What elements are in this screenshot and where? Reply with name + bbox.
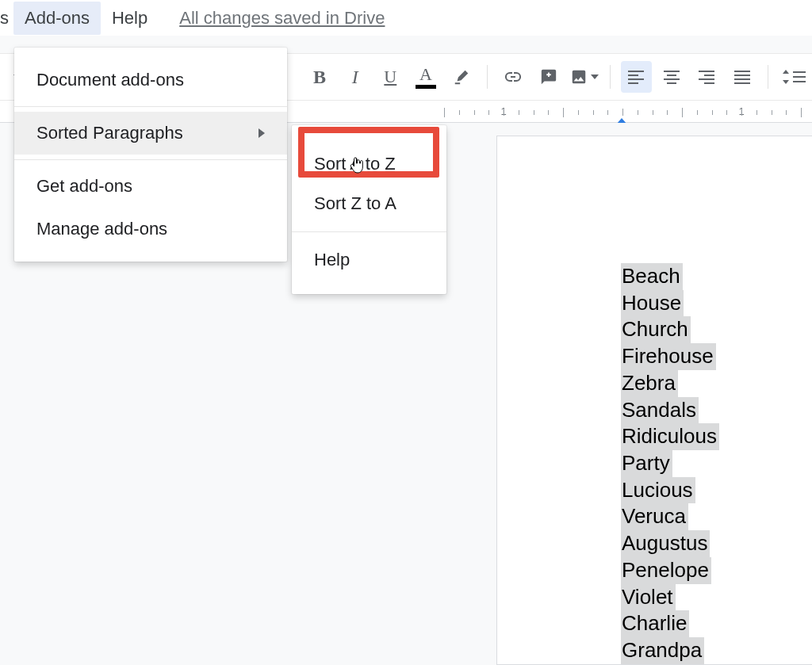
toolbar-separator	[610, 65, 611, 89]
align-justify-button[interactable]	[727, 61, 758, 93]
menu-help[interactable]: Help	[101, 2, 159, 35]
selected-word[interactable]: Zebra	[621, 370, 678, 397]
sorted-paragraphs-submenu: Sort A to Z Sort Z to A Help	[292, 125, 446, 294]
bold-icon: B	[313, 67, 326, 88]
highlight-button[interactable]	[446, 61, 477, 93]
underline-icon: U	[384, 67, 396, 87]
align-justify-icon	[734, 71, 750, 84]
line-spacing-icon	[783, 70, 806, 84]
caret-down-icon	[591, 75, 599, 79]
menu-addons[interactable]: Add-ons	[13, 2, 101, 35]
comment-icon	[540, 68, 557, 86]
selected-word[interactable]: Beach	[621, 263, 683, 290]
underline-button[interactable]: U	[375, 61, 406, 93]
addons-menu: Document add-ons Sorted Paragraphs Get a…	[14, 48, 287, 262]
submenu-arrow-icon	[259, 128, 265, 138]
selected-word[interactable]: Augustus	[621, 530, 710, 557]
menu-item-manage-addons[interactable]: Manage add-ons	[14, 208, 287, 250]
line-spacing-button[interactable]	[779, 61, 810, 93]
selected-word[interactable]: Veruca	[621, 503, 688, 530]
selected-word[interactable]: Party	[621, 450, 672, 477]
align-right-button[interactable]	[691, 61, 722, 93]
text-color-button[interactable]: A	[411, 61, 442, 93]
menu-separator	[14, 106, 287, 107]
selected-word[interactable]: Lucious	[621, 477, 695, 504]
save-status[interactable]: All changes saved in Drive	[179, 3, 385, 33]
align-right-icon	[699, 71, 714, 84]
selected-word[interactable]: Charlie	[621, 610, 689, 637]
selected-word[interactable]: Penelope	[621, 557, 711, 584]
menu-bar: s Add-ons Help All changes saved in Driv…	[0, 0, 812, 36]
italic-button[interactable]: I	[339, 61, 370, 93]
selected-word[interactable]: Sandals	[621, 397, 699, 424]
menu-item-sorted-paragraphs[interactable]: Sorted Paragraphs	[14, 112, 287, 155]
selected-word[interactable]: Church	[621, 316, 691, 343]
document-content[interactable]: BeachHouseChurchFirehouseZebraSandalsRid…	[621, 263, 719, 664]
image-icon	[570, 68, 588, 86]
menu-item-get-addons[interactable]: Get add-ons	[14, 165, 287, 208]
toolbar-separator	[768, 65, 768, 89]
align-left-button[interactable]	[621, 61, 652, 93]
bold-button[interactable]: B	[304, 61, 335, 93]
document-page[interactable]: BeachHouseChurchFirehouseZebraSandalsRid…	[496, 136, 812, 665]
highlighter-icon	[453, 68, 470, 86]
align-left-icon	[628, 71, 644, 84]
menu-item-sort-za[interactable]: Sort Z to A	[292, 184, 446, 224]
insert-image-button[interactable]	[569, 61, 599, 93]
insert-comment-button[interactable]	[534, 61, 565, 93]
align-center-icon	[664, 71, 680, 84]
text-color-icon: A	[416, 66, 436, 89]
insert-link-button[interactable]	[498, 61, 529, 93]
toolbar-separator	[487, 65, 488, 89]
selected-word[interactable]: Violet	[621, 584, 676, 611]
selected-word[interactable]: Ridiculous	[621, 423, 719, 450]
selected-word[interactable]: House	[621, 290, 684, 317]
selected-word[interactable]: Firehouse	[621, 343, 716, 370]
align-center-button[interactable]	[657, 61, 688, 93]
menu-item-document-addons[interactable]: Document add-ons	[14, 59, 287, 101]
menu-separator	[292, 231, 446, 232]
link-icon	[504, 67, 523, 86]
menu-separator	[14, 159, 287, 160]
italic-icon: I	[352, 67, 358, 88]
selected-word[interactable]: Grandpa	[621, 637, 704, 664]
menu-item-sort-az[interactable]: Sort A to Z	[292, 144, 446, 184]
menu-item-help[interactable]: Help	[292, 240, 446, 280]
menu-stub: s	[0, 0, 13, 36]
